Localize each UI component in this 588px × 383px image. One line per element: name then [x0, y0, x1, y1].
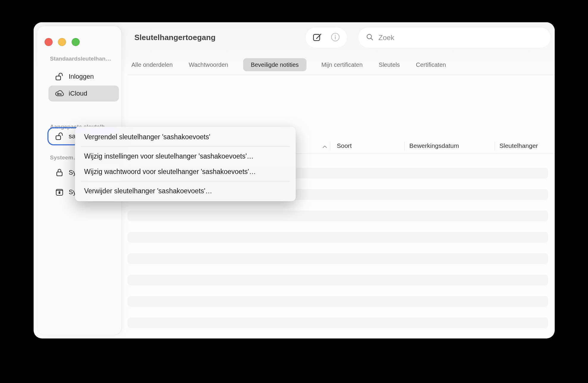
column-header-soort[interactable]: Soort — [337, 142, 352, 149]
info-icon — [330, 32, 340, 43]
sidebar-section-default-keychains: Standaardsleutelhan… — [50, 56, 111, 62]
column-divider — [330, 142, 330, 151]
tab-certificaten[interactable]: Certificaten — [415, 61, 447, 68]
tab-alle-onderdelen[interactable]: Alle onderdelen — [130, 61, 174, 68]
search-field[interactable] — [358, 27, 551, 48]
menu-separator — [81, 146, 290, 147]
tabbar-divider — [128, 75, 555, 75]
tab-mijn-certificaten[interactable]: Mijn certificaten — [320, 61, 364, 68]
table-row — [128, 211, 548, 221]
desktop-background: Standaardsleutelhan… Inloggen — [0, 0, 588, 383]
sidebar-section-system-keychains: Systeem… — [50, 154, 79, 161]
sidebar-item-login[interactable]: Inloggen — [48, 69, 119, 85]
tab-wachtwoorden[interactable]: Wachtwoorden — [188, 61, 229, 68]
system-roots-icon — [54, 187, 65, 197]
zoom-window-button[interactable] — [72, 38, 80, 46]
tab-sleutels[interactable]: Sleutels — [378, 61, 401, 68]
column-header-sleutelhanger[interactable]: Sleutelhanger — [499, 142, 538, 149]
window-title: Sleutelhangertoegang — [134, 33, 216, 42]
unlocked-padlock-icon — [54, 131, 65, 141]
menu-item-lock-keychain[interactable]: Vergrendel sleutelhanger 'sashakoevoets' — [75, 129, 296, 145]
unlocked-padlock-icon — [54, 72, 65, 82]
sidebar-item-label: Inloggen — [69, 73, 94, 80]
column-divider — [404, 142, 405, 151]
column-header-bewerkingsdatum[interactable]: Bewerkingsdatum — [409, 142, 459, 149]
table-row — [128, 232, 548, 243]
search-icon — [358, 33, 374, 42]
menu-item-delete-keychain[interactable]: Verwijder sleutelhanger 'sashakoevoets'… — [75, 183, 296, 199]
column-divider — [495, 142, 495, 151]
toolbar-button-group — [306, 27, 347, 48]
menu-item-change-settings[interactable]: Wijzig instellingen voor sleutelhanger '… — [75, 148, 296, 164]
new-secure-note-button[interactable] — [310, 31, 324, 45]
keychain-access-window: Standaardsleutelhan… Inloggen — [34, 22, 555, 338]
sidebar-item-icloud[interactable]: iCloud — [48, 86, 119, 102]
sidebar-item-label: iCloud — [69, 90, 87, 97]
menu-separator — [81, 181, 290, 181]
close-window-button[interactable] — [45, 38, 53, 46]
table-row — [128, 253, 548, 264]
menu-item-change-password[interactable]: Wijzig wachtwoord voor sleutelhanger 'sa… — [75, 164, 296, 179]
compose-icon — [312, 32, 322, 43]
cloud-key-icon — [54, 88, 65, 99]
category-tabbar: Alle onderdelen Wachtwoorden Beveiligde … — [130, 58, 447, 71]
table-row — [128, 317, 548, 328]
table-row — [128, 296, 548, 307]
table-row — [128, 275, 548, 285]
locked-padlock-icon — [54, 167, 65, 178]
chevron-up-icon — [323, 144, 327, 149]
keychain-context-menu: Vergrendel sleutelhanger 'sashakoevoets'… — [75, 126, 296, 201]
minimize-window-button[interactable] — [58, 38, 66, 46]
search-input[interactable] — [378, 33, 540, 42]
info-button[interactable] — [328, 31, 342, 45]
tab-beveiligde-notities[interactable]: Beveiligde notities — [243, 58, 306, 71]
